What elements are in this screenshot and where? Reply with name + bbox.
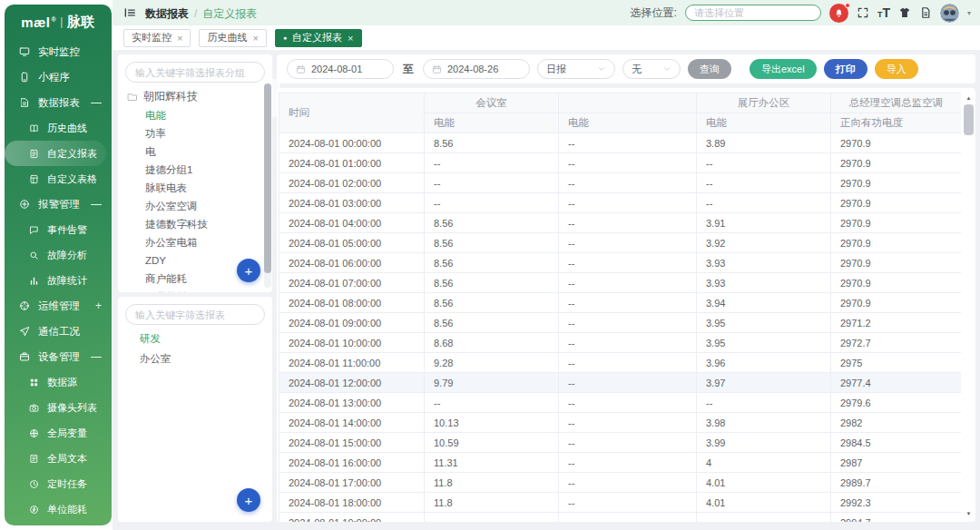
theme-icon[interactable] [898, 6, 911, 19]
sidebar-item-ops-management[interactable]: 运维管理+ [5, 293, 112, 319]
sidebar-item-device-management[interactable]: 设备管理— [5, 344, 112, 369]
alarm-button[interactable] [829, 4, 848, 23]
table-scrollbar-thumb[interactable] [964, 104, 974, 135]
sidebar-item-camera-list[interactable]: 摄像头列表 [5, 395, 112, 420]
table-cell: 2970.9 [831, 193, 962, 213]
table-row[interactable]: 2024-08-01 11:00:009.28--3.962975 [279, 353, 962, 373]
table-row[interactable]: 2024-08-01 06:00:008.56--3.932970.9 [279, 253, 962, 273]
sidebar-item-custom-report[interactable]: 自定义报表 [5, 141, 106, 166]
sidebar-item-unit-energy[interactable]: 单位能耗 [5, 496, 112, 522]
tab-实时监控[interactable]: 实时监控× [123, 29, 191, 47]
column-header-time: 时间 [279, 93, 425, 133]
location-input[interactable] [685, 5, 821, 21]
avatar[interactable] [940, 4, 959, 23]
breadcrumb-item-parent[interactable]: 数据报表 [145, 7, 189, 20]
table-row[interactable]: 2024-08-01 15:00:0010.59--3.992984.5 [279, 433, 962, 453]
tree-scrollbar[interactable] [264, 83, 271, 288]
fullscreen-icon[interactable] [857, 6, 869, 19]
add-report-button[interactable]: + [237, 488, 260, 512]
table-row[interactable]: 2024-08-01 13:00:00------2979.6 [279, 393, 962, 413]
table-scrollbar[interactable]: ▲ ▼ [964, 93, 974, 518]
table-row[interactable]: 2024-08-01 01:00:00------2970.9 [279, 153, 962, 173]
font-size-icon[interactable]: TT [877, 6, 890, 19]
tree-item[interactable]: 办公室 [118, 348, 272, 368]
sidebar-item-event-alert[interactable]: 事件告警 [5, 217, 112, 242]
table-row[interactable]: 2024-08-01 14:00:0010.13--3.982982 [279, 413, 962, 433]
calendar-icon [296, 64, 306, 74]
table-cell: 3.93 [697, 273, 831, 293]
tree-item[interactable]: 捷德数字科技 [118, 215, 272, 233]
period-select[interactable]: 日报 [537, 59, 615, 79]
report-group-search-input[interactable] [125, 62, 265, 83]
table-cell: 9.28 [425, 353, 559, 373]
tree-item[interactable]: 功率 [118, 124, 272, 142]
expand-icon[interactable]: + [95, 299, 102, 312]
report-search-input[interactable] [125, 304, 265, 325]
import-button[interactable]: 导入 [875, 59, 918, 79]
table-row[interactable]: 2024-08-01 08:00:008.56--3.942970.9 [279, 293, 962, 313]
table-row[interactable]: 2024-08-01 17:00:0011.8--4.012989.7 [279, 473, 962, 493]
table-row[interactable]: 2024-08-01 00:00:008.56--3.892970.9 [279, 133, 962, 153]
tree-item[interactable]: 捷德分组1 [118, 161, 272, 179]
table-row[interactable]: 2024-08-01 09:00:008.56--3.952971.2 [279, 313, 962, 333]
close-icon[interactable]: × [177, 33, 182, 44]
sidebar-item-data-source[interactable]: 数据源 [5, 369, 112, 395]
export-excel-button[interactable]: 导出excel [750, 59, 817, 79]
sidebar-item-global-variable[interactable]: 全局变量 [5, 420, 112, 446]
tree-item[interactable]: 办公室电箱 [118, 233, 272, 251]
sidebar-item-label: 自定义报表 [47, 147, 97, 161]
sidebar-item-alarm-management[interactable]: 报警管理— [5, 191, 112, 217]
collapse-icon[interactable]: — [91, 198, 102, 211]
table-row[interactable]: 2024-08-01 03:00:00------2970.9 [279, 193, 962, 213]
table-row[interactable]: 2024-08-01 07:00:008.56--3.932970.9 [279, 273, 962, 293]
sidebar-item-history-curve[interactable]: 历史曲线 [5, 115, 112, 141]
table-row[interactable]: 2024-08-01 19:00:002994.7 [279, 513, 962, 523]
collapse-icon[interactable]: — [91, 350, 102, 363]
tree-folder[interactable]: 朝阳辉科技 [118, 86, 272, 106]
tree-item[interactable]: 研发 [118, 329, 272, 348]
table-cell: -- [559, 193, 697, 213]
sidebar-item-communication-status[interactable]: 通信工况 [5, 319, 112, 344]
document-icon[interactable] [919, 6, 932, 19]
table-row[interactable]: 2024-08-01 02:00:00------2970.9 [279, 173, 962, 193]
collapse-icon[interactable]: — [91, 96, 102, 109]
add-report-group-button[interactable]: + [237, 259, 260, 282]
sidebar-item-fault-statistics[interactable]: 故障统计 [5, 268, 112, 293]
scroll-down-icon[interactable]: ▼ [964, 508, 974, 518]
tree-item[interactable]: 脉联电表 [118, 179, 272, 197]
tree-item[interactable]: 办公室空调 [118, 197, 272, 215]
query-button[interactable]: 查询 [688, 59, 731, 79]
scroll-up-icon[interactable]: ▲ [964, 93, 974, 103]
tree-scrollbar-thumb[interactable] [264, 83, 271, 273]
user-menu-caret-icon[interactable]: ▾ [967, 9, 971, 17]
table-row[interactable]: 2024-08-01 10:00:008.68--3.952972.7 [279, 333, 962, 353]
table-row[interactable]: 2024-08-01 05:00:008.56--3.922970.9 [279, 233, 962, 253]
table-row[interactable]: 2024-08-01 12:00:009.79--3.972977.4 [279, 373, 962, 393]
tab-自定义报表[interactable]: ●自定义报表× [275, 29, 362, 47]
tree-item[interactable]: 物业能耗 [118, 288, 272, 292]
mode-select[interactable]: 无 [622, 59, 681, 79]
table-row[interactable]: 2024-08-01 18:00:0011.8--4.012992.3 [279, 493, 962, 513]
sidebar-item-custom-table[interactable]: 自定义表格 [5, 166, 112, 191]
print-button[interactable]: 打印 [824, 59, 867, 79]
sidebar-item-data-report[interactable]: 数据报表— [5, 90, 112, 115]
table-cell: 2024-08-01 09:00:00 [279, 313, 425, 333]
sidebar-item-mini-program[interactable]: 小程序 [5, 64, 112, 90]
date-to-input[interactable]: 2024-08-26 [423, 59, 530, 79]
close-icon[interactable]: × [252, 33, 258, 44]
date-from-input[interactable]: 2024-08-01 [287, 59, 394, 79]
table-row[interactable]: 2024-08-01 04:00:008.56--3.912970.9 [279, 213, 962, 233]
custom-report-icon [29, 149, 39, 159]
tree-item[interactable]: 电能 [118, 106, 272, 124]
sidebar-item-global-text[interactable]: 全局文本 [5, 446, 112, 471]
sidebar-collapse-icon[interactable] [123, 6, 136, 19]
sidebar-item-fault-analysis[interactable]: 故障分析 [5, 242, 112, 268]
close-icon[interactable]: × [348, 33, 353, 44]
table-row[interactable]: 2024-08-01 16:00:0011.31--42987 [279, 453, 962, 473]
tree-item[interactable]: 电 [118, 142, 272, 161]
alarm-management-icon [19, 199, 30, 210]
sidebar-item-scheduled-task[interactable]: 定时任务 [5, 471, 112, 496]
tab-历史曲线[interactable]: 历史曲线× [199, 29, 266, 47]
sidebar-item-realtime-monitor[interactable]: 实时监控 [5, 39, 112, 64]
table-cell: 10.59 [425, 433, 559, 453]
